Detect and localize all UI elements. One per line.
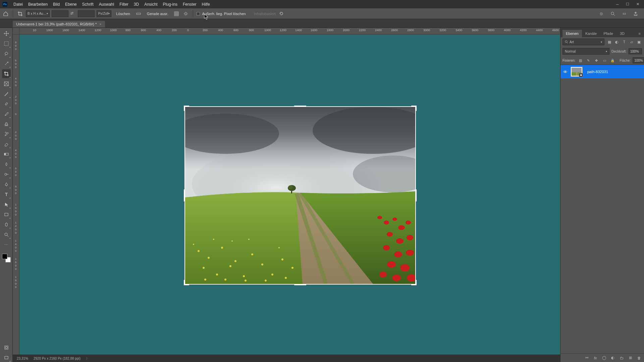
image-artboard[interactable] bbox=[185, 107, 415, 284]
stamp-tool[interactable] bbox=[2, 120, 11, 128]
pen-tool[interactable] bbox=[2, 180, 11, 189]
brush-tool[interactable] bbox=[2, 110, 11, 118]
horizontal-ruler[interactable]: 1018001600140012001000800600400200020040… bbox=[19, 28, 560, 35]
home-button[interactable] bbox=[2, 10, 9, 17]
search-button[interactable] bbox=[609, 10, 616, 17]
lock-pixels-icon[interactable]: ✎ bbox=[585, 57, 591, 63]
filter-type-icon[interactable]: T bbox=[621, 39, 627, 45]
canvas[interactable] bbox=[19, 35, 560, 355]
hand-tool[interactable] bbox=[2, 220, 11, 229]
straighten-button[interactable]: Gerade ausr. bbox=[144, 11, 171, 16]
document-dimensions[interactable]: 2920 Px x 2160 Px (182,88 ppi) bbox=[34, 357, 80, 360]
healing-tool[interactable] bbox=[2, 100, 11, 108]
crop-overlay-button[interactable] bbox=[173, 10, 180, 17]
screen-mode-button[interactable] bbox=[2, 353, 11, 362]
menu-bild[interactable]: Bild bbox=[50, 1, 62, 7]
delete-layer-button[interactable]: 🗑 bbox=[636, 355, 642, 361]
menu-schrift[interactable]: Schrift bbox=[79, 1, 96, 7]
path-select-tool[interactable] bbox=[2, 200, 11, 209]
lock-all-icon[interactable]: 🔒 bbox=[609, 57, 615, 63]
history-brush-tool[interactable] bbox=[2, 130, 11, 138]
menu-ebene[interactable]: Ebene bbox=[62, 1, 79, 7]
link-layers-button[interactable]: ⚯ bbox=[584, 355, 590, 361]
edit-toolbar[interactable]: ⋯ bbox=[2, 240, 11, 249]
dodge-tool[interactable] bbox=[2, 170, 11, 179]
layer-filter-kind[interactable]: Art ▾ bbox=[562, 39, 604, 45]
menu-filter[interactable]: Filter bbox=[117, 1, 131, 7]
layer-visibility-toggle[interactable] bbox=[562, 70, 569, 73]
cloud-docs-button[interactable]: ◎ bbox=[598, 10, 605, 17]
menu-fenster[interactable]: Fenster bbox=[180, 1, 199, 7]
filter-adjust-icon[interactable]: ◐ bbox=[614, 39, 620, 45]
opacity-input[interactable]: 100% bbox=[629, 48, 642, 54]
color-swatches[interactable] bbox=[2, 254, 11, 262]
straighten-icon[interactable] bbox=[135, 10, 142, 17]
type-tool[interactable] bbox=[2, 190, 11, 199]
maximize-button[interactable]: ☐ bbox=[625, 2, 630, 7]
gradient-tool[interactable] bbox=[2, 150, 11, 159]
layer-fx-button[interactable]: fx bbox=[592, 355, 598, 361]
close-tab-button[interactable]: × bbox=[99, 22, 101, 26]
status-flyout[interactable]: 〉 bbox=[86, 356, 89, 361]
menu-bearbeiten[interactable]: Bearbeiten bbox=[25, 1, 50, 7]
menu-3d[interactable]: 3D bbox=[131, 1, 142, 7]
eyedropper-tool[interactable] bbox=[2, 89, 11, 98]
tab-paths[interactable]: Pfade bbox=[600, 30, 616, 37]
lock-position-icon[interactable]: ✥ bbox=[593, 57, 599, 63]
add-mask-button[interactable]: ◯ bbox=[601, 355, 607, 361]
crop-options-gear[interactable] bbox=[182, 10, 190, 17]
crop-height-input[interactable] bbox=[78, 10, 95, 17]
filter-smart-icon[interactable]: ▣ bbox=[636, 39, 642, 45]
clear-button[interactable]: Löschen bbox=[113, 11, 133, 16]
lasso-tool[interactable] bbox=[2, 49, 11, 58]
close-window-button[interactable]: ✕ bbox=[635, 2, 640, 7]
menu-plug-ins[interactable]: Plug-ins bbox=[160, 1, 180, 7]
workspace-button[interactable]: ▭ bbox=[621, 10, 628, 17]
tab-layers[interactable]: Ebenen bbox=[562, 30, 582, 37]
magic-wand-tool[interactable] bbox=[2, 59, 11, 68]
ruler-tick: 1400 bbox=[78, 28, 85, 32]
lock-artboard-icon[interactable]: ▭ bbox=[601, 57, 607, 63]
foreground-color[interactable] bbox=[2, 254, 7, 259]
vertical-ruler[interactable]: 8006004002000200400600800100012001400160… bbox=[13, 35, 19, 355]
zoom-tool[interactable] bbox=[2, 230, 11, 239]
move-tool[interactable] bbox=[2, 29, 11, 38]
eraser-tool[interactable] bbox=[2, 140, 11, 148]
panel-menu-button[interactable]: ≡ bbox=[635, 30, 644, 37]
quick-mask-button[interactable] bbox=[2, 343, 11, 352]
blur-tool[interactable] bbox=[2, 160, 11, 169]
menu-hilfe[interactable]: Hilfe bbox=[199, 1, 213, 7]
crop-ratio-preset[interactable]: B x H x Au… ▾ bbox=[26, 10, 50, 17]
new-group-button[interactable]: 🗀 bbox=[619, 355, 625, 361]
filter-shape-icon[interactable]: ▱ bbox=[629, 39, 635, 45]
minimize-button[interactable]: ─ bbox=[615, 2, 620, 7]
layer-row[interactable]: ▣ path-832031 bbox=[560, 65, 644, 78]
ruler-origin[interactable] bbox=[13, 28, 19, 35]
zoom-level[interactable]: 23,31% bbox=[17, 357, 28, 360]
new-adjustment-button[interactable]: ◐ bbox=[610, 355, 616, 361]
crop-tool-indicator[interactable] bbox=[16, 10, 24, 17]
menu-auswahl[interactable]: Auswahl bbox=[96, 1, 117, 7]
frame-tool[interactable] bbox=[2, 79, 11, 88]
menu-ansicht[interactable]: Ansicht bbox=[142, 1, 160, 7]
reset-crop-button[interactable] bbox=[278, 10, 285, 17]
share-button[interactable] bbox=[632, 10, 639, 17]
delete-cropped-checkbox[interactable] bbox=[197, 12, 200, 15]
layer-thumbnail[interactable]: ▣ bbox=[571, 67, 583, 77]
blend-mode-select[interactable]: Normal ▾ bbox=[562, 48, 609, 55]
new-layer-button[interactable]: ⊞ bbox=[627, 355, 633, 361]
resolution-unit[interactable]: Px/Zoll ▾ bbox=[97, 10, 112, 17]
layer-name[interactable]: path-832031 bbox=[587, 70, 608, 74]
fill-input[interactable]: 100% bbox=[633, 57, 644, 63]
filter-pixel-icon[interactable]: ▦ bbox=[606, 39, 612, 45]
swap-dimensions-button[interactable]: ⇄ bbox=[70, 11, 76, 16]
tab-3d[interactable]: 3D bbox=[616, 30, 628, 37]
crop-tool[interactable] bbox=[2, 69, 11, 78]
document-tab[interactable]: Unbenannt-1 bei 23,3% (path-832031, RGB/… bbox=[13, 21, 105, 27]
tab-channels[interactable]: Kanäle bbox=[582, 30, 600, 37]
shape-tool[interactable] bbox=[2, 210, 11, 219]
menu-datei[interactable]: Datei bbox=[11, 1, 25, 7]
crop-width-input[interactable] bbox=[52, 10, 68, 17]
lock-transparency-icon[interactable]: ▨ bbox=[577, 57, 583, 63]
marquee-tool[interactable] bbox=[2, 39, 11, 48]
